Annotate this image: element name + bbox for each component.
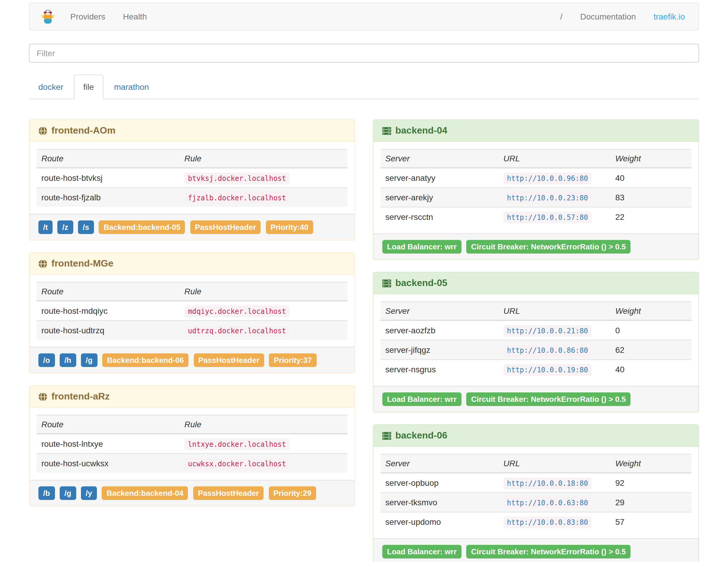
filter-bar [29, 44, 699, 63]
circuit-breaker-badge: Circuit Breaker: NetworkErrorRatio () > … [466, 545, 631, 558]
column-header-route: Route [37, 415, 180, 434]
rule-value: udtrzq.docker.localhost [184, 325, 290, 337]
traefik-dashboard: Providers Health / Documentation traefik… [0, 0, 728, 562]
table-row: server-tksmvo http://10.0.0.63:80 29 [381, 493, 691, 512]
passhostheader-badge: PassHostHeader [194, 353, 264, 367]
tab-marathon-label[interactable]: marathon [105, 74, 158, 99]
frontend-card-body: Route Rule route-host-btvksj btvksj.dock… [30, 142, 355, 214]
traefik-logo-icon[interactable] [34, 9, 61, 25]
route-path-badge: /s [78, 220, 94, 234]
server-weight: 29 [610, 493, 691, 512]
server-name: server-updomo [381, 512, 499, 531]
backend-name: backend-06 [395, 430, 447, 441]
route-name: route-host-lntxye [37, 434, 180, 454]
frontend-card-footer: /t /z /s Backend:backend-05 PassHostHead… [30, 214, 355, 240]
table-row: server-opbuop http://10.0.0.18:80 92 [381, 473, 691, 493]
table-row: server-arekjy http://10.0.0.23:80 83 [381, 188, 691, 207]
column-header-url: URL [499, 149, 611, 168]
backends-column: backend-04 Server URL Weight server-anat… [364, 119, 699, 562]
frontend-card-body: Route Rule route-host-mdqiyc mdqiyc.dock… [30, 275, 355, 347]
server-url: http://10.0.0.86:80 [503, 345, 592, 356]
priority-badge: Priority:37 [269, 353, 317, 367]
backend-ref-badge: Backend:backend-04 [102, 486, 188, 500]
frontend-name: frontend-AOm [51, 125, 116, 136]
table-row: server-jifqgz http://10.0.0.86:80 62 [381, 340, 691, 360]
server-url: http://10.0.0.63:80 [503, 497, 592, 509]
server-url: http://10.0.0.21:80 [503, 325, 592, 337]
provider-tabs: docker file marathon [29, 74, 699, 99]
column-header-url: URL [499, 454, 611, 473]
server-weight: 62 [610, 340, 691, 360]
rule-value: ucwksx.docker.localhost [184, 458, 290, 470]
table-row: route-host-ucwksx ucwksx.docker.localhos… [37, 454, 347, 473]
column-header-weight: Weight [610, 149, 691, 168]
column-header-route: Route [37, 282, 180, 301]
frontend-card-body: Route Rule route-host-lntxye lntxye.dock… [30, 408, 355, 480]
backend-card-body: Server URL Weight server-opbuop http://1… [373, 447, 698, 538]
route-name: route-host-ucwksx [37, 454, 180, 473]
globe-icon [38, 259, 47, 268]
column-header-rule: Rule [180, 282, 347, 301]
backend-card-header: backend-05 [373, 272, 698, 294]
circuit-breaker-badge: Circuit Breaker: NetworkErrorRatio () > … [466, 240, 631, 254]
server-url: http://10.0.0.23:80 [503, 192, 592, 204]
rule-value: fjzalb.docker.localhost [184, 192, 290, 204]
nav-link-providers[interactable]: Providers [61, 3, 114, 30]
frontends-column: frontend-AOm Route Rule route-host-btvks… [29, 119, 364, 562]
server-weight: 22 [610, 207, 691, 226]
server-url: http://10.0.0.57:80 [503, 212, 592, 223]
backend-name: backend-05 [395, 278, 447, 288]
load-balancer-badge: Load Balancer: wrr [382, 240, 461, 254]
server-name: server-arekjy [381, 188, 499, 207]
table-row: server-nsgrus http://10.0.0.19:80 40 [381, 360, 691, 379]
passhostheader-badge: PassHostHeader [190, 220, 261, 234]
column-header-rule: Rule [180, 415, 347, 434]
globe-icon [38, 126, 47, 135]
column-header-url: URL [499, 302, 611, 320]
filter-input[interactable] [29, 44, 699, 63]
backend-ref-badge: Backend:backend-06 [102, 353, 189, 367]
backend-card-06: backend-06 Server URL Weight server-opbu… [373, 424, 699, 562]
navbar: Providers Health / Documentation traefik… [29, 2, 699, 31]
route-path-badge: /b [38, 486, 55, 500]
frontend-card-header: frontend-MGe [30, 253, 355, 275]
tab-file[interactable]: file [74, 74, 105, 99]
server-url: http://10.0.0.96:80 [503, 173, 592, 184]
server-name: server-nsgrus [381, 360, 499, 379]
priority-badge: Priority:40 [266, 220, 313, 234]
route-name: route-host-fjzalb [37, 188, 180, 207]
table-row: server-updomo http://10.0.0.83:80 57 [381, 512, 691, 531]
server-weight: 57 [610, 512, 691, 531]
server-name: server-aozfzb [381, 320, 499, 340]
server-weight: 40 [610, 168, 691, 188]
table-row: route-host-lntxye lntxye.docker.localhos… [37, 434, 347, 454]
column-header-rule: Rule [180, 149, 347, 168]
nav-link-health[interactable]: Health [114, 3, 156, 30]
table-row: route-host-fjzalb fjzalb.docker.localhos… [37, 188, 347, 207]
server-url: http://10.0.0.18:80 [503, 477, 592, 489]
backend-card-body: Server URL Weight server-aozfzb http://1… [373, 294, 698, 386]
column-header-route: Route [37, 149, 180, 168]
nav-link-version[interactable]: / [551, 3, 571, 30]
table-row: server-rscctn http://10.0.0.57:80 22 [381, 207, 691, 226]
table-row: server-anatyy http://10.0.0.96:80 40 [381, 168, 691, 188]
frontend-name: frontend-aRz [51, 391, 110, 402]
nav-link-documentation[interactable]: Documentation [571, 3, 645, 30]
tab-file-label[interactable]: file [74, 74, 103, 99]
backend-card-body: Server URL Weight server-anatyy http://1… [373, 142, 698, 233]
tab-docker-label[interactable]: docker [29, 74, 73, 99]
column-header-server: Server [381, 302, 499, 320]
tab-docker[interactable]: docker [29, 74, 74, 99]
route-path-badge: /g [60, 486, 76, 500]
frontend-card-footer: /o /h /g Backend:backend-06 PassHostHead… [30, 347, 355, 373]
navbar-left-links: Providers Health [61, 3, 156, 30]
nav-link-traefik-io[interactable]: traefik.io [645, 3, 694, 30]
table-row: route-host-udtrzq udtrzq.docker.localhos… [37, 321, 347, 340]
tab-marathon[interactable]: marathon [105, 74, 160, 99]
globe-icon [38, 392, 47, 401]
route-name: route-host-udtrzq [37, 321, 180, 340]
rule-value: lntxye.docker.localhost [184, 438, 290, 450]
column-header-server: Server [381, 149, 499, 168]
server-name: server-anatyy [381, 168, 499, 188]
rule-value: mdqiyc.docker.localhost [184, 306, 290, 317]
